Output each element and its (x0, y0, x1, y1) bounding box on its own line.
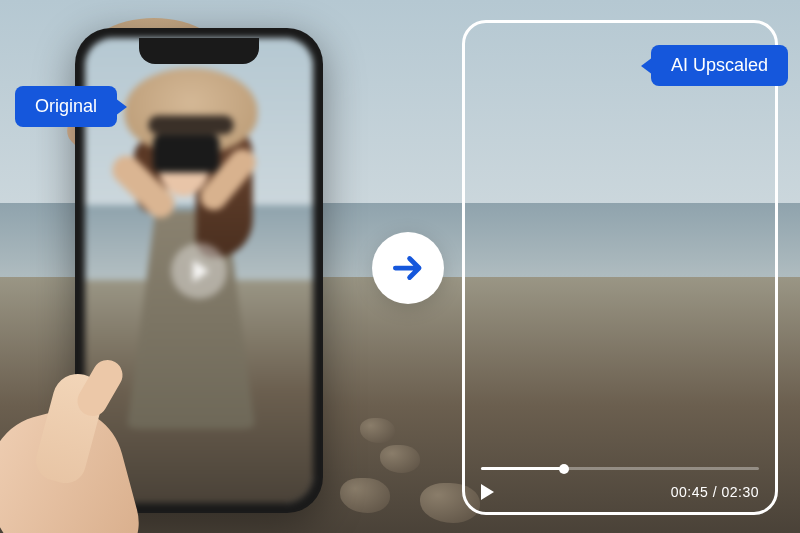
upscaled-label: AI Upscaled (651, 45, 788, 86)
phone-notch (139, 38, 259, 64)
video-timecode: 00:45 / 02:30 (671, 484, 759, 500)
upscaled-video-frame: 00:45 / 02:30 (462, 20, 778, 515)
total-time: 02:30 (721, 484, 759, 500)
play-icon[interactable] (481, 484, 494, 500)
current-time: 00:45 (671, 484, 709, 500)
time-separator: / (708, 484, 721, 500)
video-controls: 00:45 / 02:30 (481, 484, 759, 500)
original-label: Original (15, 86, 117, 127)
video-progress-fill (481, 467, 564, 470)
transform-arrow-circle (372, 232, 444, 304)
video-progress-track[interactable] (481, 467, 759, 470)
hand-holding-phone (0, 293, 170, 533)
arrow-right-icon (389, 249, 427, 287)
phone-play-button[interactable] (171, 243, 227, 299)
play-icon (193, 260, 209, 282)
